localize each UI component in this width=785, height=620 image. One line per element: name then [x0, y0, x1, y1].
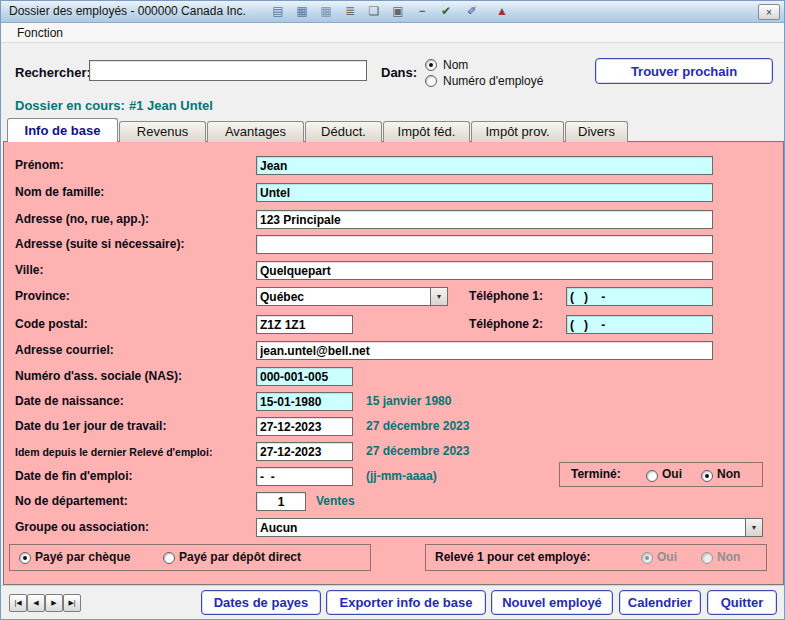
nas-input[interactable]	[256, 367, 353, 386]
table-icon[interactable]: ▦	[317, 3, 335, 20]
adresse1-input[interactable]	[256, 210, 713, 229]
telephone1-input[interactable]	[566, 287, 713, 306]
app-window: Dossier des employés - 000000 Canada Inc…	[0, 0, 785, 620]
idem-releve-hint: 27 décembre 2023	[366, 444, 469, 458]
ville-label: Ville:	[15, 263, 43, 277]
date-fin-label: Date de fin d'emploi:	[15, 469, 133, 483]
ville-input[interactable]	[256, 261, 713, 280]
telephone1-label: Téléphone 1:	[469, 289, 543, 303]
code-postal-label: Code postal:	[15, 317, 88, 331]
province-value: Québec	[260, 290, 429, 304]
departement-hint: Ventes	[316, 494, 355, 508]
adresse2-input[interactable]	[256, 235, 713, 254]
prenom-label: Prénom:	[15, 158, 64, 172]
menubar: Fonction	[1, 23, 785, 43]
minus-icon[interactable]: −	[413, 3, 431, 20]
chevron-down-icon[interactable]: ▼	[745, 519, 762, 536]
releve1-non-radio	[701, 552, 713, 564]
calendrier-button[interactable]: Calendrier	[619, 590, 701, 615]
titlebar: Dossier des employés - 000000 Canada Inc…	[1, 1, 785, 23]
search-scope-label: Dans:	[381, 65, 417, 80]
tab-deduct[interactable]: Déduct.	[305, 121, 382, 142]
termine-oui-radio[interactable]	[646, 470, 658, 482]
courriel-input[interactable]	[256, 341, 713, 360]
groupe-value: Aucun	[260, 521, 744, 535]
courriel-label: Adresse courriel:	[15, 343, 114, 357]
date-premier-jour-hint: 27 décembre 2023	[366, 419, 469, 433]
nom-famille-input[interactable]	[256, 183, 713, 202]
date-premier-jour-input[interactable]	[256, 417, 353, 436]
prenom-input[interactable]	[256, 156, 713, 175]
close-button[interactable]: ×	[758, 4, 780, 20]
nouvel-employe-button[interactable]: Nouvel employé	[491, 590, 613, 615]
paye-cheque-radio[interactable]	[19, 552, 31, 564]
telephone2-label: Téléphone 2:	[469, 317, 543, 331]
departement-input[interactable]	[256, 492, 306, 511]
groupe-select[interactable]: Aucun ▼	[256, 518, 763, 537]
chevron-down-icon[interactable]: ▼	[430, 288, 447, 305]
termine-oui-label[interactable]: Oui	[662, 467, 682, 481]
date-naissance-input[interactable]	[256, 392, 353, 411]
date-fin-input[interactable]	[256, 467, 353, 486]
footer-bar: |◀ ◀ ▶ ▶| Dates de payes Exporter info d…	[1, 585, 785, 620]
code-postal-input[interactable]	[256, 315, 353, 334]
tab-info-de-base[interactable]: Info de base	[7, 118, 118, 142]
warning-icon[interactable]: ▲	[493, 3, 511, 20]
list-icon[interactable]: ≣	[341, 3, 359, 20]
tab-avantages[interactable]: Avantages	[207, 121, 304, 142]
window-title: Dossier des employés - 000000 Canada Inc…	[9, 1, 246, 22]
next-record-button[interactable]: ▶	[45, 594, 63, 612]
search-input[interactable]	[89, 60, 367, 81]
releve1-oui-radio	[641, 552, 653, 564]
prev-record-button[interactable]: ◀	[27, 594, 45, 612]
tab-impot-fed[interactable]: Impôt féd.	[383, 121, 470, 142]
paye-depot-radio[interactable]	[163, 552, 175, 564]
quitter-button[interactable]: Quitter	[707, 590, 777, 615]
current-record-value: #1 Jean Untel	[129, 98, 213, 113]
nas-label: Numéro d'ass. sociale (NAS):	[15, 369, 182, 383]
termine-non-label[interactable]: Non	[717, 467, 740, 481]
grid-icon[interactable]: ▦	[293, 3, 311, 20]
nom-famille-label: Nom de famille:	[15, 185, 104, 199]
exporter-info-button[interactable]: Exporter info de base	[326, 590, 486, 615]
groupe-label: Groupe ou association:	[15, 520, 149, 534]
releve1-non-label: Non	[717, 550, 740, 564]
menu-fonction[interactable]: Fonction	[11, 23, 69, 43]
idem-releve-label: Idem depuis le dernier Relevé d'emploi:	[15, 446, 212, 458]
check-icon[interactable]: ✔	[437, 3, 455, 20]
last-record-button[interactable]: ▶|	[63, 594, 81, 612]
idem-releve-input[interactable]	[256, 442, 353, 461]
adresse2-label: Adresse (suite si nécessaire):	[15, 237, 184, 251]
tab-impot-prov[interactable]: Impôt prov.	[471, 121, 564, 142]
document-icon[interactable]: ❏	[365, 3, 383, 20]
departement-label: No de département:	[15, 494, 128, 508]
first-record-button[interactable]: |◀	[9, 594, 27, 612]
search-label: Rechercher:	[15, 65, 91, 80]
date-naissance-label: Date de naissance:	[15, 394, 124, 408]
paye-depot-label[interactable]: Payé par dépôt direct	[179, 550, 301, 564]
releve1-label: Relevé 1 pour cet employé:	[435, 550, 590, 564]
search-by-number-label[interactable]: Numéro d'employé	[443, 74, 543, 88]
search-by-name-label[interactable]: Nom	[443, 58, 468, 72]
find-next-button[interactable]: Trouver prochain	[595, 58, 773, 84]
search-by-name-radio[interactable]	[425, 59, 437, 71]
telephone2-input[interactable]	[566, 315, 713, 334]
date-fin-hint: (jj-mm-aaaa)	[366, 469, 437, 483]
current-record-label: Dossier en cours:	[15, 98, 125, 113]
termine-non-radio[interactable]	[701, 470, 713, 482]
paye-cheque-label[interactable]: Payé par chèque	[35, 550, 130, 564]
releve1-oui-label: Oui	[657, 550, 677, 564]
notes-icon[interactable]: ▤	[269, 3, 287, 20]
tab-divers[interactable]: Divers	[565, 121, 628, 142]
window-icon[interactable]: ▣	[389, 3, 407, 20]
adresse1-label: Adresse (no, rue, app.):	[15, 212, 149, 226]
province-select[interactable]: Québec ▼	[256, 287, 448, 306]
date-premier-jour-label: Date du 1er jour de travail:	[15, 419, 166, 433]
date-naissance-hint: 15 janvier 1980	[366, 394, 451, 408]
dates-de-payes-button[interactable]: Dates de payes	[201, 590, 321, 615]
termine-label: Terminé:	[571, 467, 621, 481]
province-label: Province:	[15, 289, 70, 303]
search-by-number-radio[interactable]	[425, 75, 437, 87]
tab-revenus[interactable]: Revenus	[119, 121, 206, 142]
pencil-icon[interactable]: ✐	[463, 3, 481, 20]
